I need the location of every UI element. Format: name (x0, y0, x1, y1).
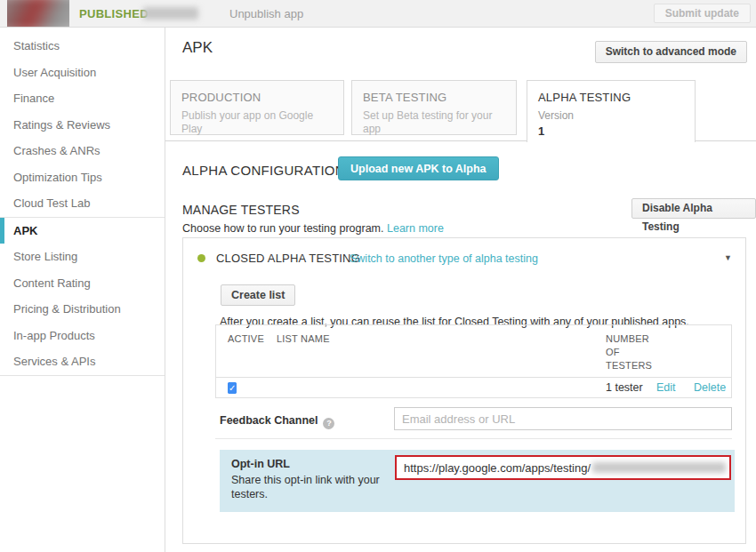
create-list-button[interactable]: Create list (221, 284, 295, 306)
tab-alpha-testing[interactable]: ALPHA TESTING Version 1 (527, 80, 696, 142)
sidebar-item-ratings-reviews[interactable]: Ratings & Reviews (0, 112, 165, 139)
header-spacer (656, 332, 694, 372)
version-label: Version (538, 109, 684, 122)
testers-count: 1 tester (606, 381, 656, 394)
alpha-configuration-title: ALPHA CONFIGURATION (182, 163, 345, 178)
main-content: APK Switch to advanced mode PRODUCTION P… (165, 28, 756, 552)
header-spacer (694, 332, 731, 372)
manage-testers-desc: Choose how to run your testing program. … (182, 222, 444, 235)
sidebar-item-store-listing[interactable]: Store Listing (0, 244, 165, 270)
header-active: ACTIVE (228, 332, 277, 372)
table-header-row: ACTIVE LIST NAME NUMBER OF TESTERS (216, 325, 731, 377)
sidebar-item-apk[interactable]: APK (0, 218, 165, 244)
upload-apk-alpha-button[interactable]: Upload new APK to Alpha (338, 156, 499, 180)
sidebar-divider (0, 375, 165, 376)
page-title: APK (182, 39, 213, 57)
top-bar: PUBLISHED Unpublish app Submit update (0, 0, 756, 28)
version-value: 1 (538, 124, 684, 138)
sidebar: Statistics User Acquisition Finance Rati… (0, 28, 165, 552)
header-list-name: LIST NAME (277, 332, 606, 372)
submit-update-button[interactable]: Submit update (654, 4, 751, 23)
tab-alpha-title: ALPHA TESTING (538, 91, 684, 104)
panel-divider (215, 438, 732, 439)
switch-alpha-type-link[interactable]: Switch to another type of alpha testing (350, 252, 538, 265)
tab-production-title: PRODUCTION (181, 91, 333, 104)
sidebar-item-pricing-distribution[interactable]: Pricing & Distribution (0, 296, 165, 323)
edit-link[interactable]: Edit (656, 381, 676, 394)
optin-url-redacted (592, 462, 726, 473)
published-badge: PUBLISHED (79, 7, 149, 20)
switch-advanced-mode-button[interactable]: Switch to advanced mode (595, 41, 747, 63)
tab-beta-desc: Set up Beta testing for your app (363, 109, 496, 136)
app-name-redacted (143, 7, 198, 20)
feedback-channel-text: Feedback Channel (220, 414, 318, 427)
testers-table: ACTIVE LIST NAME NUMBER OF TESTERS 1 tes… (215, 324, 732, 398)
sidebar-item-user-acquisition[interactable]: User Acquisition (0, 60, 165, 86)
app-icon (7, 0, 69, 27)
sidebar-item-crashes-anrs[interactable]: Crashes & ANRs (0, 138, 165, 164)
sidebar-item-content-rating[interactable]: Content Rating (0, 270, 165, 297)
alpha-testing-panel: CLOSED ALPHA TESTING Switch to another t… (182, 237, 746, 544)
sidebar-item-services-apis[interactable]: Services & APIs (0, 348, 165, 375)
delete-link[interactable]: Delete (694, 381, 726, 394)
closed-alpha-title: CLOSED ALPHA TESTING (216, 252, 360, 265)
help-icon[interactable]: ? (323, 418, 334, 429)
tab-production-desc: Publish your app on Google Play (181, 109, 315, 136)
sidebar-item-finance[interactable]: Finance (0, 85, 165, 112)
active-checkbox[interactable] (228, 382, 237, 394)
sidebar-item-in-app-products[interactable]: In-app Products (0, 323, 165, 349)
optin-url-label: Opt-in URL (231, 458, 290, 470)
sidebar-item-statistics[interactable]: Statistics (0, 33, 165, 60)
learn-more-link[interactable]: Learn more (387, 222, 444, 235)
manage-testers-desc-text: Choose how to run your testing program. (182, 222, 384, 235)
tab-production[interactable]: PRODUCTION Publish your app on Google Pl… (170, 80, 344, 135)
sidebar-item-optimization-tips[interactable]: Optimization Tips (0, 164, 165, 191)
status-dot-icon (197, 254, 205, 262)
play-console-page: PUBLISHED Unpublish app Submit update St… (0, 0, 756, 552)
sidebar-item-cloud-test-lab[interactable]: Cloud Test Lab (0, 190, 165, 217)
chevron-down-icon[interactable]: ▼ (724, 253, 732, 262)
tab-beta-title: BETA TESTING (363, 91, 505, 104)
disable-alpha-testing-button[interactable]: Disable Alpha Testing (631, 198, 756, 219)
manage-testers-title: MANAGE TESTERS (182, 203, 300, 217)
optin-url-section: Opt-in URL Share this opt-in link with y… (220, 450, 735, 512)
table-row: 1 tester Edit Delete (216, 377, 731, 397)
unpublish-app-link[interactable]: Unpublish app (229, 7, 303, 20)
tab-beta-testing[interactable]: BETA TESTING Set up Beta testing for you… (351, 80, 517, 135)
header-number-of-testers: NUMBER OF TESTERS (606, 332, 655, 372)
optin-url-value: https://play.google.com/apps/testing/ (404, 461, 591, 475)
feedback-channel-label: Feedback Channel? (220, 414, 334, 429)
feedback-channel-input[interactable] (394, 407, 732, 430)
optin-url-field[interactable]: https://play.google.com/apps/testing/ (395, 455, 731, 480)
optin-url-desc: Share this opt-in link with your testers… (231, 473, 391, 501)
